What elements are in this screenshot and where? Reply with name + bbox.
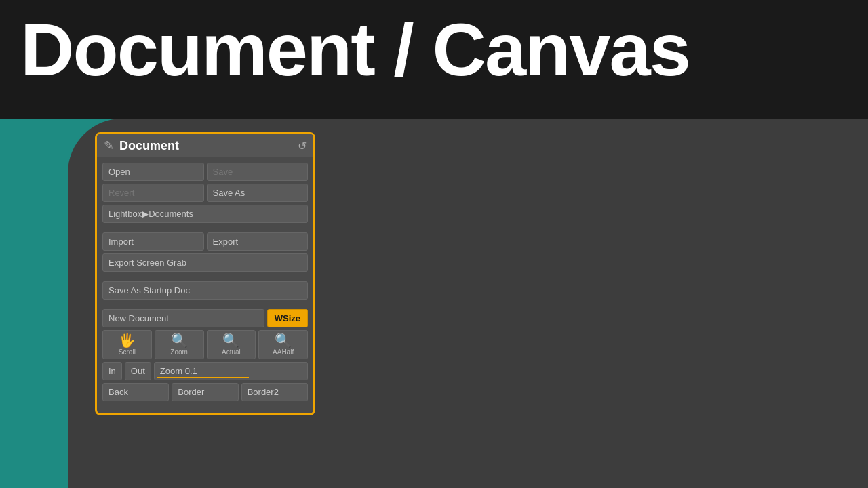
panel-title: Document	[119, 139, 179, 153]
new-doc-row: New Document WSize	[102, 309, 308, 327]
revert-saveas-row: Revert Save As	[102, 184, 308, 202]
document-panel: ✎ Document ↺ Open Save Revert Save As Li…	[95, 132, 315, 415]
save-as-startup-doc-button[interactable]: Save As Startup Doc	[102, 281, 308, 300]
border2-button[interactable]: Border2	[241, 383, 308, 401]
aahalf-icon: 🔍	[275, 333, 292, 347]
import-button[interactable]: Import	[102, 232, 204, 251]
new-document-button[interactable]: New Document	[102, 309, 264, 327]
scroll-label: Scroll	[119, 348, 136, 356]
actual-label: Actual	[222, 348, 241, 356]
open-button[interactable]: Open	[102, 163, 204, 181]
panel-body: Open Save Revert Save As Lightbox▶Docume…	[97, 157, 313, 407]
aahalf-label: AAHalf	[273, 348, 294, 356]
zoom-value-display: Zoom 0.1	[154, 362, 308, 380]
aahalf-button[interactable]: 🔍 AAHalf	[258, 330, 308, 359]
save-as-button[interactable]: Save As	[207, 184, 309, 202]
panel-header: ✎ Document ↺	[97, 134, 313, 157]
panel-header-left: ✎ Document	[104, 138, 179, 153]
spacer2	[102, 274, 308, 281]
spacer1	[102, 226, 308, 232]
view-row: 🖐 Scroll 🔍 Zoom 🔍 Actual 🔍 AAHalf	[102, 330, 308, 359]
open-save-row: Open Save	[102, 163, 308, 181]
scroll-icon: 🖐	[119, 333, 136, 347]
bottom-row: Back Border Border2	[102, 383, 308, 401]
zoom-out-button[interactable]: Out	[125, 362, 151, 380]
export-button[interactable]: Export	[207, 232, 309, 251]
path-button[interactable]: Lightbox▶Documents	[102, 205, 308, 223]
page-title: Document / Canvas	[20, 12, 690, 87]
zoom-label: Zoom	[170, 348, 188, 356]
zoom-icon: 🔍	[171, 333, 188, 347]
zoom-button[interactable]: 🔍 Zoom	[155, 330, 204, 359]
actual-icon: 🔍	[222, 333, 239, 347]
zoom-row: In Out Zoom 0.1	[102, 362, 308, 380]
scroll-button[interactable]: 🖐 Scroll	[102, 330, 152, 359]
save-button[interactable]: Save	[207, 163, 309, 181]
border-button[interactable]: Border	[172, 383, 238, 401]
export-screen-grab-button[interactable]: Export Screen Grab	[102, 253, 308, 272]
zoom-underline	[157, 377, 249, 378]
import-export-row: Import Export	[102, 232, 308, 251]
zoom-value-text: Zoom 0.1	[160, 366, 197, 376]
spacer3	[102, 302, 308, 309]
zoom-in-button[interactable]: In	[102, 362, 122, 380]
revert-button[interactable]: Revert	[102, 184, 204, 202]
wsize-button[interactable]: WSize	[267, 309, 308, 327]
document-icon: ✎	[104, 138, 114, 153]
actual-button[interactable]: 🔍 Actual	[207, 330, 256, 359]
back-button[interactable]: Back	[102, 383, 169, 401]
refresh-icon[interactable]: ↺	[298, 140, 307, 152]
